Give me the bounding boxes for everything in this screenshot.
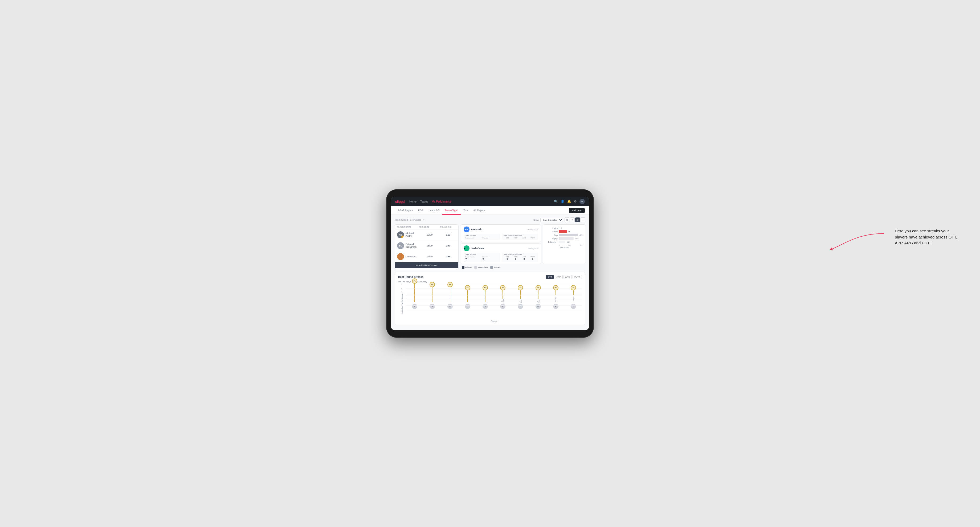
lollipop-avatar: E <box>412 304 417 309</box>
y-axis-label: Best Streak, Fairway Accuracy <box>401 293 403 314</box>
bar-chart: Eagles 3 Birdies 96 <box>546 227 582 243</box>
lb-header: PLAYER NAME PB SCORE PB AVG SQ <box>395 225 458 229</box>
settings-icon[interactable]: ⚙ <box>574 200 577 203</box>
axis-0: 0 <box>559 244 560 246</box>
view-leaderboard-button[interactable]: View Full Leaderboard <box>395 262 458 268</box>
leaderboard-panel: PLAYER NAME PB SCORE PB AVG SQ RB 1 Rich… <box>395 224 458 269</box>
total-rounds-group: Total Rounds Tournament Practice <box>464 234 500 240</box>
app-val: 0 <box>512 258 520 260</box>
tab-ott[interactable]: OTT <box>546 275 554 279</box>
practice-val: 2 <box>482 258 499 261</box>
nav-teams[interactable]: Teams <box>420 200 428 204</box>
subnav-pga[interactable]: PGA <box>415 206 426 215</box>
list-view-icon[interactable]: ≡ <box>570 217 575 222</box>
avatar[interactable]: U <box>579 199 585 204</box>
bell-icon[interactable]: 🔔 <box>567 200 571 203</box>
lollipop-bubble: 3x <box>553 285 558 290</box>
streaks-section: Best Round Streaks OTT APP ARG PUTT Off … <box>395 272 585 325</box>
total-rounds-group: Total Rounds Tournament 7 Practice <box>464 252 500 262</box>
bar-fill-pars <box>559 234 578 237</box>
two-col-layout: PLAYER NAME PB SCORE PB AVG SQ RB 1 Rich… <box>395 224 585 269</box>
pb-avg: 110 <box>440 233 456 236</box>
lollipop-avatar: D <box>518 304 523 309</box>
player-count: 14 Players <box>410 219 421 221</box>
lollipop-avatar: E <box>500 304 506 309</box>
tab-app[interactable]: APP <box>555 275 563 279</box>
chart-x-label: Total Shots <box>546 246 582 248</box>
tab-arg[interactable]: ARG <box>563 275 572 279</box>
table-row[interactable]: EC 2 Edward Crossman 18/20 107 <box>395 240 458 251</box>
nav-icons: 🔍 👤 🔔 ⚙ U <box>554 199 585 204</box>
tpa-label: Total Practice Activities <box>503 254 536 256</box>
streaks-subtitle: Off The Tee, Fairway Accuracy <box>398 281 582 283</box>
lollipop-stem <box>538 290 538 298</box>
pb-score: 18/20 <box>419 244 440 247</box>
subnav-tour[interactable]: Tour <box>461 206 471 215</box>
lollipop-player: 5x J. Coles J <box>459 285 476 309</box>
player-avatar: RB 1 <box>397 231 404 238</box>
user-icon[interactable]: 👤 <box>561 200 565 203</box>
tpa-group: Total Practice Activities OTT 0 APP <box>502 252 538 262</box>
lollipop-avatar: R <box>482 304 488 309</box>
players-axis-label: Players <box>406 320 582 322</box>
lollipop-players: 7x E. Ebert E 6x B. McHerg B 6x D. Billi… <box>406 285 582 309</box>
pb-score: 17/20 <box>419 255 440 258</box>
player-info: C 3 Cameron... <box>397 253 419 260</box>
player-info: RB 1 Richard Butler <box>397 231 419 238</box>
lollipop-player: 5x R. Britt R <box>477 285 494 309</box>
player-name-rotated: C. Quick <box>573 296 574 303</box>
nav-home[interactable]: Home <box>409 200 417 204</box>
bar-fill-dbogeys <box>559 241 565 243</box>
table-row[interactable]: RB 1 Richard Butler 19/20 110 <box>395 229 458 240</box>
lollipop-player: 3x C. Quick C <box>565 285 582 309</box>
player-name-rotated: E. Crossman <box>501 299 504 303</box>
streaks-title: Best Round Streaks <box>398 275 423 278</box>
player-card-avatar: RB <box>464 227 469 232</box>
tablet-frame: clippd Home Teams My Performance 🔍 👤 🔔 ⚙… <box>386 189 594 338</box>
lollipop-player: 4x M. Miller M <box>530 285 546 309</box>
lollipop-player: 7x E. Ebert E <box>406 285 423 309</box>
annotation: Here you can see streaks your players ha… <box>895 228 959 246</box>
putt-val: 1 <box>529 258 536 260</box>
add-team-button[interactable]: Add Team <box>569 208 585 213</box>
lollipop-stem <box>573 290 574 295</box>
bar-label-pars: Pars <box>546 234 558 236</box>
pb-score: 19/20 <box>419 233 440 236</box>
lollipop-avatar: R <box>553 304 558 309</box>
subnav-hcaps[interactable]: Hcaps 1-5 <box>426 206 442 215</box>
tpa-label: Total Practice Activities <box>503 235 536 237</box>
arg-label: ARG <box>520 237 528 239</box>
settings-view-icon[interactable]: ↕ <box>581 217 585 222</box>
lollipop-bubble: 4x <box>536 285 541 290</box>
lollipop-stem <box>467 290 468 302</box>
view-icons: ⊞ ≡ ▤ ↕ <box>565 217 585 222</box>
team-title: Team Clippd | 14 Players <box>395 219 421 221</box>
tab-putt[interactable]: PUTT <box>573 275 582 279</box>
player-name-rotated: M. Miller <box>536 299 540 303</box>
show-label: Show <box>533 219 539 221</box>
annotation-arrow <box>831 217 905 249</box>
grid-view-icon[interactable]: ⊞ <box>565 217 570 222</box>
bar-view-icon[interactable]: ▤ <box>575 217 580 222</box>
subnav-team-clippd[interactable]: Team Clippd <box>442 206 461 215</box>
player-name-rotated: R. Britt <box>484 303 487 303</box>
search-icon[interactable]: 🔍 <box>554 200 558 203</box>
col-pb-avg: PB AVG SQ <box>440 226 456 228</box>
table-row[interactable]: C 3 Cameron... 17/20 103 <box>395 251 458 262</box>
subnav-all-players[interactable]: All Players <box>471 206 488 215</box>
subnav-pgat[interactable]: PGAT Players <box>395 206 415 215</box>
rounds-label: Rounds <box>465 267 472 268</box>
months-select[interactable]: Last 3 months <box>540 218 563 222</box>
player-name: Edward Crossman <box>406 243 419 248</box>
streaks-header: Best Round Streaks OTT APP ARG PUTT <box>398 275 582 279</box>
lollipop-player: 6x D. Billingham D <box>441 285 458 309</box>
edit-icon[interactable]: ✏ <box>423 219 425 221</box>
ott-label: OTT <box>503 237 511 239</box>
player-stats-card: JC Josh Coles 26 Aug 2023 Total Rounds <box>461 243 541 264</box>
axis-400: 400 <box>580 244 582 246</box>
lollipop-stem <box>432 287 433 302</box>
nav-my-performance[interactable]: My Performance <box>432 200 451 204</box>
nav-bar: clippd Home Teams My Performance 🔍 👤 🔔 ⚙… <box>391 197 589 206</box>
lollipop-bubble: 4x <box>500 285 506 290</box>
col-player-name: PLAYER NAME <box>397 226 419 228</box>
